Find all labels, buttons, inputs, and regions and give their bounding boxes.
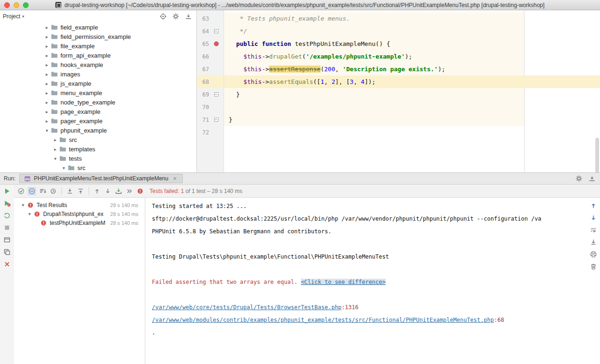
sort-alphabetically-icon[interactable] bbox=[38, 187, 47, 195]
project-tree-item[interactable]: ▸field_permission_example bbox=[0, 32, 196, 41]
test-tree-item[interactable]: ▾Test Results28 s 140 ms bbox=[14, 201, 145, 209]
chevron-right-icon[interactable]: ▸ bbox=[44, 44, 50, 49]
console-link[interactable]: <Click to see difference> bbox=[301, 279, 386, 285]
code-line[interactable]: public function testPhpUnitExampleMenu()… bbox=[224, 37, 600, 50]
code-line[interactable] bbox=[224, 126, 600, 139]
chevron-down-icon[interactable]: ▾ bbox=[52, 156, 59, 161]
chevron-down-icon[interactable]: ▾ bbox=[60, 165, 67, 171]
toggle-auto-test-icon[interactable] bbox=[3, 211, 11, 220]
project-tree-item[interactable]: ▾phpunit_example bbox=[0, 126, 196, 135]
collapse-all-icon[interactable] bbox=[76, 187, 85, 195]
rerun-icon[interactable] bbox=[3, 187, 11, 195]
more-icon[interactable] bbox=[125, 187, 134, 195]
chevron-right-icon[interactable]: ▸ bbox=[44, 119, 50, 124]
chevron-right-icon[interactable]: ▸ bbox=[44, 100, 50, 105]
tabbar-icons bbox=[575, 174, 596, 183]
soft-wrap-icon[interactable] bbox=[589, 226, 598, 234]
code-line[interactable]: $this->assertEquals([1, 2], [3, 4]); bbox=[224, 75, 600, 88]
project-tree-item[interactable]: ▸src bbox=[0, 135, 196, 144]
code-line[interactable]: } bbox=[224, 88, 600, 101]
project-tree-item[interactable]: ▸form_api_example bbox=[0, 51, 196, 60]
project-tree-item[interactable]: ▾tests bbox=[0, 154, 196, 163]
scroll-to-end-icon[interactable] bbox=[589, 238, 598, 246]
project-panel-header[interactable]: Project ▾ bbox=[0, 10, 196, 22]
expand-all-icon[interactable] bbox=[66, 187, 74, 195]
import-test-results-icon[interactable] bbox=[114, 187, 123, 195]
clear-all-icon[interactable] bbox=[589, 262, 598, 271]
chevron-right-icon[interactable]: ▸ bbox=[44, 53, 50, 58]
project-tree-item[interactable]: ▸hooks_example bbox=[0, 60, 196, 69]
hide-icon[interactable] bbox=[588, 174, 596, 183]
folder-name: src bbox=[77, 164, 85, 171]
minimize-window-button[interactable] bbox=[14, 2, 19, 8]
editor[interactable]: 6364−6566676869−7071−72 * Tests phpunit_… bbox=[197, 10, 600, 172]
stop-icon[interactable] bbox=[3, 223, 11, 232]
chevron-right-icon[interactable]: ▸ bbox=[52, 137, 59, 142]
chevron-down-icon[interactable]: ▾ bbox=[44, 128, 50, 133]
project-tree-item[interactable]: ▸js_example bbox=[0, 79, 196, 88]
chevron-down-icon[interactable]: ▾ bbox=[20, 202, 26, 208]
project-tree-item[interactable]: ▸field_example bbox=[0, 22, 196, 32]
fold-marker-icon[interactable]: − bbox=[214, 92, 218, 97]
pin-tab-icon[interactable] bbox=[3, 248, 11, 256]
folder-name: file_example bbox=[60, 43, 95, 50]
run-tab[interactable]: php PHPUnitExampleMenuTest.testPhpUnitEx… bbox=[19, 174, 183, 183]
chevron-down-icon[interactable]: ▾ bbox=[26, 211, 33, 216]
show-ignored-icon[interactable] bbox=[28, 187, 36, 195]
chevron-right-icon[interactable]: ▸ bbox=[44, 62, 50, 67]
zoom-window-button[interactable] bbox=[23, 2, 29, 8]
project-tree-item[interactable]: ▸page_example bbox=[0, 107, 196, 116]
sort-by-duration-icon[interactable] bbox=[49, 187, 58, 195]
fail-ball-icon bbox=[26, 201, 35, 209]
code-line[interactable]: } bbox=[224, 113, 600, 126]
next-failed-test-icon[interactable] bbox=[104, 187, 112, 195]
chevron-right-icon[interactable]: ▸ bbox=[52, 147, 59, 152]
test-tree-item[interactable]: ▾Drupal\Tests\phpunit_ex28 s 140 ms bbox=[14, 209, 145, 218]
rerun-failed-tests-icon[interactable] bbox=[3, 199, 11, 208]
console-link[interactable]: /var/www/web/core/tests/Drupal/Tests/Bro… bbox=[152, 304, 342, 311]
editor-scrollbar-thumb[interactable] bbox=[595, 138, 599, 174]
project-tree-item[interactable]: ▾src bbox=[0, 163, 196, 172]
chevron-right-icon[interactable]: ▸ bbox=[44, 109, 50, 114]
fold-marker-icon[interactable]: − bbox=[214, 118, 218, 122]
show-passed-icon[interactable] bbox=[17, 187, 25, 195]
hide-icon[interactable] bbox=[184, 12, 193, 21]
code-area[interactable]: * Tests phpunit_example menus. */ public… bbox=[224, 10, 600, 172]
chevron-right-icon[interactable]: ▸ bbox=[44, 34, 50, 39]
close-red-icon[interactable] bbox=[3, 260, 11, 268]
code-line[interactable] bbox=[224, 101, 600, 113]
project-tree-item[interactable]: ▸images bbox=[0, 69, 196, 79]
next-occurrence-icon[interactable] bbox=[589, 214, 598, 222]
chevron-down-icon[interactable]: ▾ bbox=[22, 14, 24, 19]
project-tree-item[interactable]: ▸node_type_example bbox=[0, 97, 196, 107]
chevron-right-icon[interactable]: ▸ bbox=[44, 25, 50, 30]
fold-marker-icon[interactable]: − bbox=[214, 29, 218, 33]
code-line[interactable]: $this->drupalGet('/examples/phpunit-exam… bbox=[224, 50, 600, 63]
project-tree-item[interactable]: ▸file_example bbox=[0, 41, 196, 51]
print-icon[interactable] bbox=[589, 250, 598, 259]
code-line[interactable]: * Tests phpunit_example menus. bbox=[224, 12, 600, 25]
close-tab-icon[interactable] bbox=[171, 174, 179, 183]
scroll-from-source-icon[interactable] bbox=[159, 12, 167, 21]
console-text: . bbox=[152, 329, 155, 336]
previous-occurrence-icon[interactable] bbox=[589, 201, 598, 210]
console-link[interactable]: /var/www/web/modules/contrib/examples/ph… bbox=[152, 317, 494, 323]
settings-icon[interactable] bbox=[575, 174, 583, 183]
restore-layout-icon[interactable] bbox=[3, 236, 11, 244]
code-line[interactable]: $this->assertResponse(200, 'Description … bbox=[224, 63, 600, 75]
breakpoint-icon[interactable] bbox=[212, 40, 220, 48]
previous-failed-test-icon[interactable] bbox=[93, 187, 101, 195]
project-tree-item[interactable]: ▸pager_example bbox=[0, 116, 196, 126]
code-line[interactable]: */ bbox=[224, 25, 600, 37]
project-tree-item[interactable]: ▸menu_example bbox=[0, 88, 196, 97]
test-tree-item[interactable]: testPhpUnitExampleM28 s 140 ms bbox=[14, 218, 145, 227]
test-name: Drupal\Tests\phpunit_ex bbox=[43, 211, 104, 217]
chevron-right-icon[interactable]: ▸ bbox=[44, 72, 50, 77]
console-text: :68 bbox=[494, 317, 504, 323]
console-output[interactable]: Testing started at 13:25 ...sftp://docke… bbox=[145, 198, 600, 364]
settings-icon[interactable] bbox=[172, 12, 180, 21]
chevron-right-icon[interactable]: ▸ bbox=[44, 81, 50, 86]
close-window-button[interactable] bbox=[4, 2, 10, 8]
chevron-right-icon[interactable]: ▸ bbox=[44, 90, 50, 96]
project-tree-item[interactable]: ▸templates bbox=[0, 144, 196, 154]
